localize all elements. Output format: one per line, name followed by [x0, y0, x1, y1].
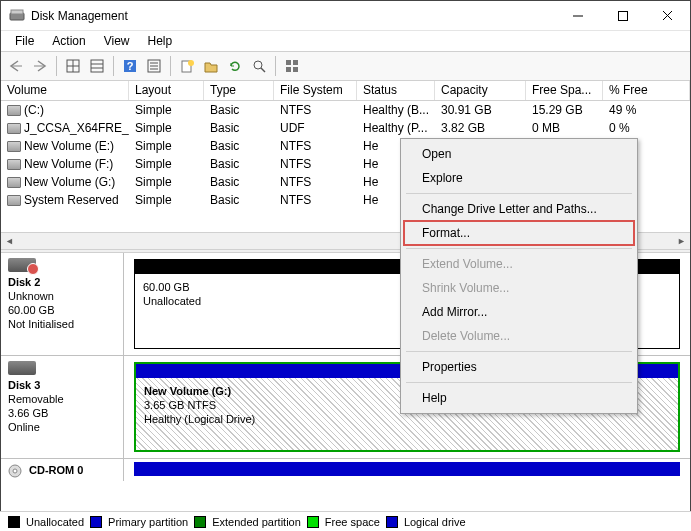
toolbar-new-icon[interactable]: [176, 55, 198, 77]
menu-view[interactable]: View: [96, 32, 138, 50]
disk-header-cdrom0: CD-ROM 0: [1, 459, 124, 481]
svg-rect-1: [11, 10, 23, 14]
col-type[interactable]: Type: [204, 81, 274, 100]
cell-layout: Simple: [129, 102, 204, 118]
volume-icon: [7, 195, 21, 206]
forward-button[interactable]: [29, 55, 51, 77]
disk-icon: [8, 258, 36, 272]
cell-volume: J_CCSA_X64FRE_E...: [24, 121, 129, 135]
cell-filesystem: NTFS: [274, 156, 357, 172]
ctx-properties[interactable]: Properties: [404, 355, 634, 379]
volume-icon: [7, 105, 21, 116]
svg-rect-27: [293, 67, 298, 72]
legend-primary-label: Primary partition: [108, 516, 188, 528]
maximize-button[interactable]: [600, 1, 645, 30]
table-row[interactable]: J_CCSA_X64FRE_E...SimpleBasicUDFHealthy …: [1, 119, 690, 137]
svg-line-5: [663, 11, 672, 20]
legend-bar: Unallocated Primary partition Extended p…: [0, 511, 691, 531]
legend-primary-icon: [90, 516, 102, 528]
legend-logical-icon: [386, 516, 398, 528]
cell-type: Basic: [204, 138, 274, 154]
cell-status: Healthy (B...: [357, 102, 435, 118]
disk-size: 3.66 GB: [8, 407, 48, 419]
ctx-add-mirror[interactable]: Add Mirror...: [404, 300, 634, 324]
disk-title: CD-ROM 0: [29, 464, 83, 476]
toolbar-grid1-icon[interactable]: [62, 55, 84, 77]
cell-filesystem: UDF: [274, 120, 357, 136]
context-menu: Open Explore Change Drive Letter and Pat…: [400, 138, 638, 414]
close-button[interactable]: [645, 1, 690, 30]
toolbar-settings-icon[interactable]: [281, 55, 303, 77]
col-status[interactable]: Status: [357, 81, 435, 100]
disk-status: Unknown: [8, 290, 54, 302]
cell-free: 15.29 GB: [526, 102, 603, 118]
cell-layout: Simple: [129, 174, 204, 190]
window-title: Disk Management: [31, 9, 128, 23]
disk-icon: [8, 361, 36, 375]
menu-action[interactable]: Action: [44, 32, 93, 50]
toolbar-search-icon[interactable]: [248, 55, 270, 77]
cell-free: 0 MB: [526, 120, 603, 136]
volume-icon: [7, 141, 21, 152]
help-icon[interactable]: ?: [119, 55, 141, 77]
volume-icon: [7, 159, 21, 170]
legend-extended-icon: [194, 516, 206, 528]
volume-icon: [7, 123, 21, 134]
cell-capacity: 3.82 GB: [435, 120, 526, 136]
svg-text:?: ?: [127, 60, 134, 72]
cell-type: Basic: [204, 192, 274, 208]
back-button[interactable]: [5, 55, 27, 77]
partition-bar: [134, 462, 680, 476]
cell-layout: Simple: [129, 138, 204, 154]
ctx-shrink-volume: Shrink Volume...: [404, 276, 634, 300]
ctx-change-drive-letter[interactable]: Change Drive Letter and Paths...: [404, 197, 634, 221]
ctx-format[interactable]: Format...: [404, 221, 634, 245]
disk-title: Disk 3: [8, 379, 40, 391]
app-icon: [9, 8, 25, 24]
scroll-right-icon[interactable]: ►: [673, 233, 690, 250]
toolbar-list-icon[interactable]: [143, 55, 165, 77]
col-layout[interactable]: Layout: [129, 81, 204, 100]
disk-title: Disk 2: [8, 276, 40, 288]
cell-volume: New Volume (G:): [24, 175, 115, 189]
volume-table-header: Volume Layout Type File System Status Ca…: [1, 81, 690, 101]
menu-file[interactable]: File: [7, 32, 42, 50]
col-capacity[interactable]: Capacity: [435, 81, 526, 100]
col-volume[interactable]: Volume: [1, 81, 129, 100]
svg-point-22: [254, 61, 262, 69]
col-freespace[interactable]: Free Spa...: [526, 81, 603, 100]
cell-volume: System Reserved: [24, 193, 119, 207]
toolbar-refresh-icon[interactable]: [224, 55, 246, 77]
legend-logical-label: Logical drive: [404, 516, 466, 528]
ctx-explore[interactable]: Explore: [404, 166, 634, 190]
cell-volume: New Volume (E:): [24, 139, 114, 153]
minimize-button[interactable]: [555, 1, 600, 30]
menu-help[interactable]: Help: [140, 32, 181, 50]
cell-type: Basic: [204, 156, 274, 172]
cell-filesystem: NTFS: [274, 102, 357, 118]
legend-unallocated-icon: [8, 516, 20, 528]
menu-bar: File Action View Help: [1, 31, 690, 51]
toolbar: ?: [1, 51, 690, 81]
toolbar-grid2-icon[interactable]: [86, 55, 108, 77]
col-filesystem[interactable]: File System: [274, 81, 357, 100]
disk-status: Removable: [8, 393, 64, 405]
disk-size: 60.00 GB: [8, 304, 54, 316]
ctx-open[interactable]: Open: [404, 142, 634, 166]
cell-layout: Simple: [129, 120, 204, 136]
disk-row-cdrom0[interactable]: CD-ROM 0: [1, 459, 690, 481]
legend-free-icon: [307, 516, 319, 528]
table-row[interactable]: (C:)SimpleBasicNTFSHealthy (B...30.91 GB…: [1, 101, 690, 119]
disk-state: Online: [8, 421, 40, 433]
cell-capacity: 30.91 GB: [435, 102, 526, 118]
toolbar-open-icon[interactable]: [200, 55, 222, 77]
cell-type: Basic: [204, 120, 274, 136]
ctx-help[interactable]: Help: [404, 386, 634, 410]
disk-state: Not Initialised: [8, 318, 74, 330]
scroll-left-icon[interactable]: ◄: [1, 233, 18, 250]
col-pctfree[interactable]: % Free: [603, 81, 690, 100]
svg-point-21: [188, 60, 194, 66]
legend-extended-label: Extended partition: [212, 516, 301, 528]
disk-header-disk3: Disk 3 Removable 3.66 GB Online: [1, 356, 124, 458]
cell-filesystem: NTFS: [274, 192, 357, 208]
